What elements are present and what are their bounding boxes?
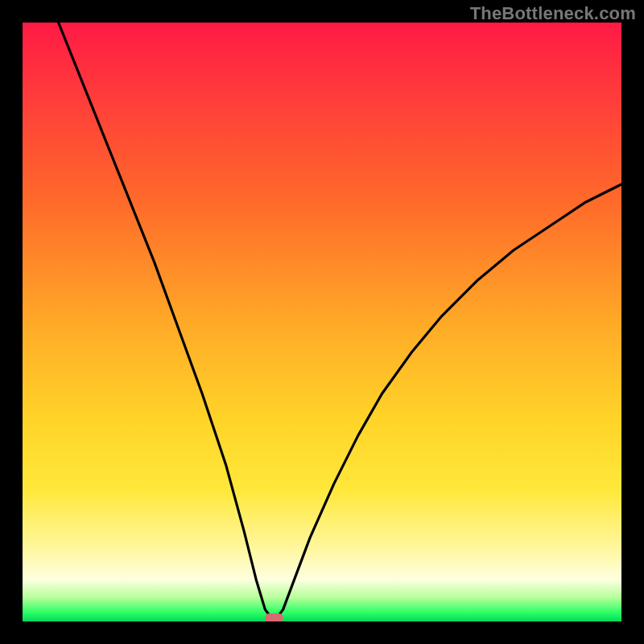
curve-layer xyxy=(23,23,621,621)
minimum-marker xyxy=(265,613,283,621)
bottleneck-curve xyxy=(59,23,621,621)
watermark-text: TheBottleneck.com xyxy=(470,3,636,24)
plot-area xyxy=(23,23,621,621)
chart-frame: TheBottleneck.com xyxy=(0,0,644,644)
